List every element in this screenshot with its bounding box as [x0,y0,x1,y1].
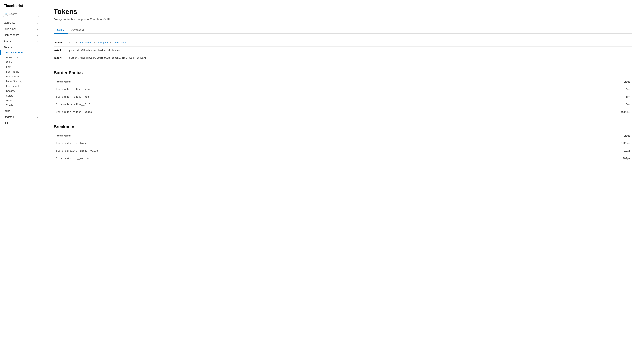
border-radius-title: Border Radius [54,70,632,75]
token-value-cell: 6px [487,93,632,101]
nav-section-help: Help [0,120,42,126]
chevron-down-icon: ⌄ [36,34,38,36]
sidebar-item-icons[interactable]: Icons [0,108,42,114]
search-container: 🔍 [3,11,39,17]
sidebar-item-font-weight[interactable]: Font Weight [0,74,42,79]
import-label: Import: [54,56,69,59]
table-row: $tp-border-radius__big6px [54,93,632,101]
token-value-cell: 9999px [487,108,632,116]
col-header-token-name: Token Name [54,132,502,139]
search-icon: 🔍 [5,12,8,15]
nav-section-updates: Updates ⌄ [0,114,42,120]
sidebar-item-wrap[interactable]: Wrap [0,98,42,103]
meta-version-row: Version: 8.0.1 • View source • Changelog… [54,39,632,46]
sidebar-item-color[interactable]: Color [0,60,42,64]
nav-section-icons: Icons [0,108,42,114]
sidebar-item-breakpoint[interactable]: Breakpoint [0,55,42,60]
token-name-cell: $tp-breakpoint__large [54,139,502,147]
sidebar-item-line-height[interactable]: Line Height [0,84,42,88]
install-value: yarn add @thumbtack/thumbprint-tokens [69,49,120,52]
nav-section-tokens: Tokens ⌃ Border Radius Breakpoint Color … [0,44,42,108]
token-name-cell: $tp-border-radius__sides [54,108,487,116]
sidebar-item-help[interactable]: Help [0,120,42,126]
col-header-token-name: Token Name [54,78,487,85]
sidebar-item-tokens[interactable]: Tokens ⌃ [0,44,42,50]
sidebar-item-font[interactable]: Font [0,64,42,69]
install-label: Install: [54,49,69,52]
import-value: @import "@thumbtack/thumbprint-tokens/di… [69,57,146,59]
version-value: 8.0.1 • View source • Changelog • Report… [69,41,127,44]
chevron-up-icon: ⌃ [36,46,38,49]
chevron-down-icon: ⌄ [36,40,38,42]
table-row: $tp-border-radius__full50% [54,101,632,108]
version-label: Version: [54,41,69,44]
main-content: Tokens Design variables that power Thumb… [42,0,644,359]
table-row: $tp-border-radius__sides9999px [54,108,632,116]
nav-section-overview: Overview ⌄ [0,20,42,26]
sidebar-item-z-index[interactable]: Z-Index [0,103,42,108]
token-name-cell: $tp-breakpoint__medium [54,155,502,162]
chevron-down-icon: ⌄ [36,116,38,118]
col-header-value: Value [502,132,632,139]
breakpoint-section: Breakpoint Token Name Value $tp-breakpoi… [54,124,632,162]
nav-section-atomic: Atomic ⌄ [0,38,42,44]
page-subtitle: Design variables that power Thumbtack's … [54,18,632,21]
meta-import-row: Import: @import "@thumbtack/thumbprint-t… [54,54,632,62]
tab-javascript[interactable]: JavaScript [68,26,87,33]
sidebar-nav: Overview ⌄ Guidelines ⌄ Components ⌄ Ato… [0,20,42,126]
token-value-cell: 1025px [502,139,632,147]
token-name-cell: $tp-border-radius__big [54,93,487,101]
sidebar-item-space[interactable]: Space [0,93,42,98]
dot-separator: • [76,41,77,44]
table-row: $tp-breakpoint__large__value1025 [54,147,632,155]
table-row: $tp-breakpoint__large1025px [54,139,632,147]
token-value-cell: 1025 [502,147,632,155]
app-logo: Thumbprint [0,4,42,11]
border-radius-section: Border Radius Token Name Value $tp-borde… [54,70,632,116]
tab-scss[interactable]: SCSS [54,26,68,33]
token-value-cell: 700px [502,155,632,162]
nav-section-components: Components ⌄ [0,32,42,38]
chevron-down-icon: ⌄ [36,28,38,30]
sidebar-item-overview[interactable]: Overview ⌄ [0,20,42,26]
sidebar-item-font-family[interactable]: Font Family [0,69,42,74]
token-name-cell: $tp-breakpoint__large__value [54,147,502,155]
sidebar-item-atomic[interactable]: Atomic ⌄ [0,38,42,44]
sidebar: Thumbprint 🔍 Overview ⌄ Guidelines ⌄ Com… [0,0,42,359]
col-header-value: Value [487,78,632,85]
view-source-link[interactable]: View source [79,41,92,44]
search-input[interactable] [3,11,39,17]
dot-separator: • [110,41,111,44]
tabs-container: SCSS JavaScript [54,26,632,33]
breakpoint-title: Breakpoint [54,124,632,129]
page-title: Tokens [54,8,632,16]
sidebar-item-components[interactable]: Components ⌄ [0,32,42,38]
sidebar-item-border-radius[interactable]: Border Radius [0,50,42,55]
report-issue-link[interactable]: Report issue [113,41,127,44]
sidebar-item-shadow[interactable]: Shadow [0,88,42,93]
sidebar-item-updates[interactable]: Updates ⌄ [0,114,42,120]
sidebar-item-guidelines[interactable]: Guidelines ⌄ [0,26,42,32]
border-radius-table: Token Name Value $tp-border-radius__base… [54,78,632,116]
token-value-cell: 4px [487,85,632,93]
dot-separator: • [94,41,95,44]
nav-section-guidelines: Guidelines ⌄ [0,26,42,32]
changelog-link[interactable]: Changelog [96,41,108,44]
token-value-cell: 50% [487,101,632,108]
breakpoint-table: Token Name Value $tp-breakpoint__large10… [54,132,632,162]
table-row: $tp-border-radius__base4px [54,85,632,93]
meta-install-row: Install: yarn add @thumbtack/thumbprint-… [54,46,632,54]
sidebar-item-letter-spacing[interactable]: Letter Spacing [0,79,42,84]
token-name-cell: $tp-border-radius__base [54,85,487,93]
token-name-cell: $tp-border-radius__full [54,101,487,108]
table-row: $tp-breakpoint__medium700px [54,155,632,162]
chevron-down-icon: ⌄ [36,22,38,24]
